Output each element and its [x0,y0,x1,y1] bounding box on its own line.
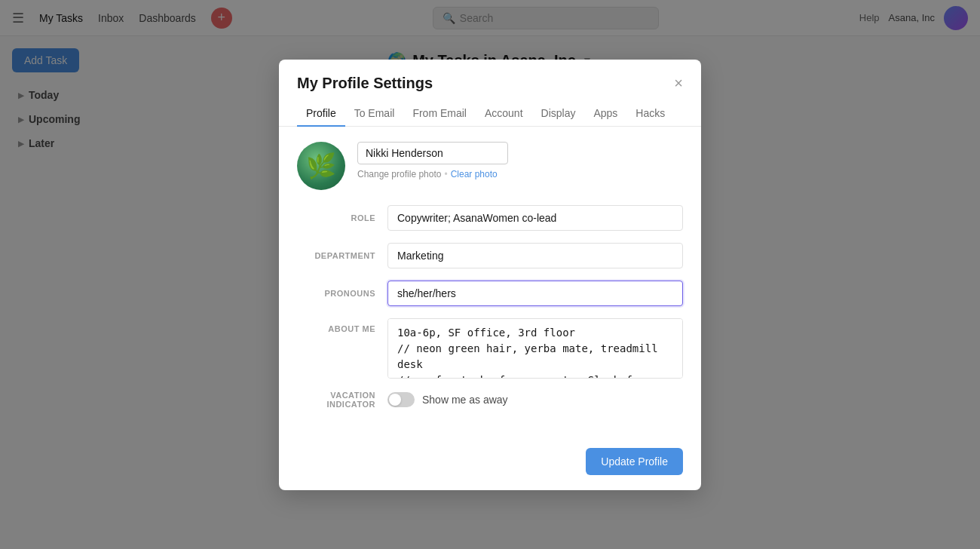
profile-name-input[interactable] [357,142,508,164]
modal-overlay: My Profile Settings × Profile To Email F… [0,0,980,549]
update-profile-button[interactable]: Update Profile [586,448,683,475]
vacation-toggle[interactable] [387,392,415,407]
tab-apps[interactable]: Apps [584,101,626,127]
role-row: ROLE [297,205,683,231]
tab-display[interactable]: Display [532,101,585,127]
tab-profile[interactable]: Profile [297,101,345,127]
photo-links: Change profile photo • Clear photo [357,169,508,179]
tab-to-email[interactable]: To Email [345,101,404,127]
modal-footer: Update Profile [279,439,701,490]
about-me-label: ABOUT ME [297,318,387,333]
tab-account[interactable]: Account [476,101,532,127]
about-me-input[interactable]: 10a-6p, SF office, 3rd floor // neon gre… [387,318,683,379]
department-input[interactable] [387,243,683,268]
profile-name-area: Change profile photo • Clear photo [357,142,508,179]
tab-from-email[interactable]: From Email [403,101,476,127]
pronouns-row: PRONOUNS [297,281,683,306]
profile-settings-modal: My Profile Settings × Profile To Email F… [279,60,701,490]
vacation-row: VACATION INDICATOR Show me as away [297,391,683,409]
photo-separator: • [444,169,447,179]
role-input[interactable] [387,205,683,231]
tab-hacks[interactable]: Hacks [626,101,674,127]
modal-title: My Profile Settings [297,75,433,92]
avatar-image: 🌿 [297,142,345,190]
department-label: DEPARTMENT [297,251,387,260]
toggle-knob [389,394,401,406]
modal-header: My Profile Settings × [279,60,701,92]
about-me-row: ABOUT ME 10a-6p, SF office, 3rd floor //… [297,318,683,379]
modal-close-button[interactable]: × [674,75,683,90]
change-photo-link[interactable]: Change profile photo [357,169,441,179]
modal-body: 🌿 Change profile photo • Clear photo ROL… [279,127,701,439]
vacation-label: VACATION INDICATOR [297,391,387,409]
vacation-right: Show me as away [387,392,508,407]
modal-tabs: Profile To Email From Email Account Disp… [279,101,701,127]
role-label: ROLE [297,213,387,222]
clear-photo-link[interactable]: Clear photo [451,169,498,179]
pronouns-label: PRONOUNS [297,289,387,298]
profile-avatar[interactable]: 🌿 [297,142,345,190]
avatar-emoji: 🌿 [306,152,336,180]
profile-section: 🌿 Change profile photo • Clear photo [297,142,683,190]
pronouns-input[interactable] [387,281,683,306]
department-row: DEPARTMENT [297,243,683,268]
vacation-text: Show me as away [422,394,508,406]
